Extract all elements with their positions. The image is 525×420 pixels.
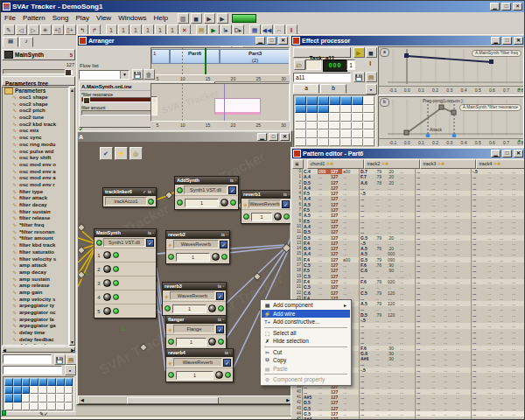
pad-cell[interactable]	[329, 113, 340, 122]
task-slot[interactable]	[305, 60, 321, 70]
scroll-up-icon[interactable]: ▲	[70, 88, 74, 93]
tree-item-osc-key-shift[interactable]: ∿osc key shift	[3, 155, 68, 162]
level-knob[interactable]	[274, 213, 282, 220]
stop-icon[interactable]: ◼	[191, 13, 202, 24]
tree-item-amp-velocity-s[interactable]: ∿amp velocity s	[3, 296, 68, 303]
level-knob[interactable]	[103, 307, 111, 315]
flow-list-dropdown[interactable]: ▼	[79, 70, 130, 80]
pad-cell[interactable]	[340, 96, 352, 105]
canvas-hscrollbar[interactable]: ◀ ▶	[78, 396, 292, 404]
pad-cell[interactable]	[363, 138, 374, 147]
pad-cell[interactable]	[22, 394, 31, 402]
folder-icon[interactable]: 🗁	[294, 60, 305, 70]
pad-cell[interactable]	[30, 386, 38, 394]
scroll-left-icon[interactable]: ◀	[3, 347, 6, 353]
envelope-point[interactable]	[452, 110, 456, 115]
play-icon[interactable]: ▶	[204, 13, 215, 24]
level-knob[interactable]	[103, 279, 111, 287]
tree-item-osc-mod-env-a[interactable]: ∿osc mod env a	[3, 175, 68, 182]
pad-cell[interactable]	[340, 122, 352, 130]
pad-cell[interactable]	[13, 394, 22, 402]
sidebar-search-input[interactable]	[3, 354, 52, 364]
pad-cell[interactable]	[56, 378, 65, 386]
graph-b-button[interactable]: b	[380, 98, 389, 107]
load-task-icon[interactable]: ▤	[366, 72, 377, 82]
pad-cell[interactable]	[306, 138, 318, 147]
minimize-icon[interactable]: ▁	[491, 150, 500, 158]
tree-item-osc1-shape[interactable]: ∿osc1 shape	[3, 94, 68, 102]
envelope-graph-2[interactable]: b Ping-pong(Loop on.) A.MainSynth.*filte…	[378, 96, 524, 147]
pad-cell[interactable]	[65, 402, 74, 410]
pad-cell[interactable]	[352, 96, 363, 105]
pattern-column-track4[interactable]: track4 ✳✥	[476, 159, 525, 169]
tree-vscrollbar[interactable]: ▲ ▼	[69, 87, 75, 346]
menu-item-play[interactable]: Play	[72, 14, 93, 22]
tree-item-amp-sustain[interactable]: ∿amp sustain	[3, 276, 68, 283]
tree-item-filter-amount[interactable]: ∿*filter amount	[3, 235, 68, 242]
tree-item-filter-kbd-track[interactable]: ∿filter kbd track	[3, 242, 68, 249]
pad-cell[interactable]	[4, 402, 13, 410]
tree-item-osc2-pitch[interactable]: ∿osc2 pitch	[3, 108, 68, 115]
level-knob[interactable]	[208, 338, 216, 346]
pad-cell[interactable]	[340, 130, 352, 138]
pad-cell[interactable]	[363, 130, 374, 138]
output-port[interactable]	[218, 339, 224, 345]
maximize-icon[interactable]: □	[501, 3, 511, 10]
tree-item-filter-type[interactable]: ∿filter type	[3, 188, 68, 195]
device-selector[interactable]: MainSynth 5	[2, 49, 75, 60]
pad-cell[interactable]	[306, 122, 318, 130]
pad-cell[interactable]	[352, 105, 363, 114]
envelope-point[interactable]	[489, 60, 494, 64]
level-knob[interactable]	[103, 265, 111, 273]
pad-cell[interactable]	[295, 96, 306, 105]
tree-root[interactable]: Parameters	[3, 88, 68, 94]
graph-a-button[interactable]: a	[380, 48, 389, 57]
envelope-graph-1[interactable]: a A.MainSynth.*filter freq -0.10.00.10.2…	[378, 46, 524, 95]
pad-cell[interactable]	[318, 113, 329, 122]
page-icon[interactable]: ▤	[66, 354, 77, 365]
pad-cell[interactable]	[318, 122, 329, 130]
arranger-part-part3[interactable]: Part3(2)	[220, 49, 290, 64]
menu-item-help[interactable]: Help	[150, 14, 172, 22]
tree-item-arpeggiator-oc[interactable]: ∿arpeggiator oc	[3, 310, 68, 317]
context-add-wire[interactable]: ⚡Add wire	[262, 310, 350, 318]
pad-cell[interactable]	[318, 96, 329, 105]
close-icon[interactable]: ✕	[514, 150, 523, 158]
effect-processor-window[interactable]: Effect processor ▁ □ ✕ Task: a11 ▶ ◼ 🗁 0…	[290, 34, 525, 148]
context-cut[interactable]: ✂Cut	[262, 348, 350, 357]
play-from-icon[interactable]: ▶	[217, 13, 228, 24]
output-port[interactable]	[284, 214, 290, 220]
node-mainsynth[interactable]: MainSynthia ▫Synth1 VST.dll✓12345	[94, 228, 157, 318]
pad-cell[interactable]	[56, 386, 65, 394]
tree-item-amp-attack[interactable]: ∿amp attack	[3, 262, 68, 270]
minimize-icon[interactable]: ▁	[490, 3, 500, 10]
arranger-part-part6[interactable]: Part6	[170, 49, 220, 64]
insert-left-icon[interactable]: +▯	[52, 24, 64, 35]
pad-cell[interactable]	[56, 402, 65, 410]
pad-cell[interactable]	[329, 122, 340, 130]
context-component-property[interactable]: ⚙Component property	[262, 375, 350, 384]
tree-item-osc-mod-env-r[interactable]: ∿osc mod env r	[3, 182, 68, 189]
pattern-cell-group[interactable]: ............	[416, 416, 472, 420]
tree-item-filter-freq[interactable]: ∿*filter freq	[3, 222, 68, 229]
pad-cell[interactable]	[13, 378, 22, 386]
delete-flow-icon[interactable]: 🗑	[144, 69, 155, 80]
minimize-icon[interactable]: ▁	[491, 37, 500, 45]
node-reverb1[interactable]: reverb1ia ▫◈WavesReverb✓1	[241, 190, 292, 224]
pad-cell[interactable]	[295, 130, 306, 138]
context-add-component[interactable]: ▦Add component▸	[262, 301, 350, 310]
maximize-icon[interactable]: □	[269, 133, 278, 141]
pad-cell[interactable]	[47, 378, 56, 386]
tree-item-filter-sustain[interactable]: ∿filter sustain	[3, 208, 68, 215]
tree-item-arpeggiator-ty[interactable]: ∿arpeggiator ty	[3, 303, 68, 310]
range-end-marker[interactable]: ▲	[517, 86, 522, 91]
arranger-parts-area[interactable]: 1Part6Part3(2)	[150, 47, 290, 75]
pad-cell[interactable]	[363, 105, 374, 114]
node-flanger[interactable]: flangeria ▫◈Flange✓1	[165, 315, 227, 349]
pad-cell[interactable]	[56, 394, 65, 402]
bypass-check-icon[interactable]: ✓	[216, 292, 224, 300]
level-knob[interactable]	[212, 253, 220, 261]
pad-cell[interactable]	[47, 386, 56, 394]
tree-item-osc-pulse-wid[interactable]: ∿osc pulse wid	[3, 148, 68, 155]
output-port[interactable]	[218, 305, 224, 312]
